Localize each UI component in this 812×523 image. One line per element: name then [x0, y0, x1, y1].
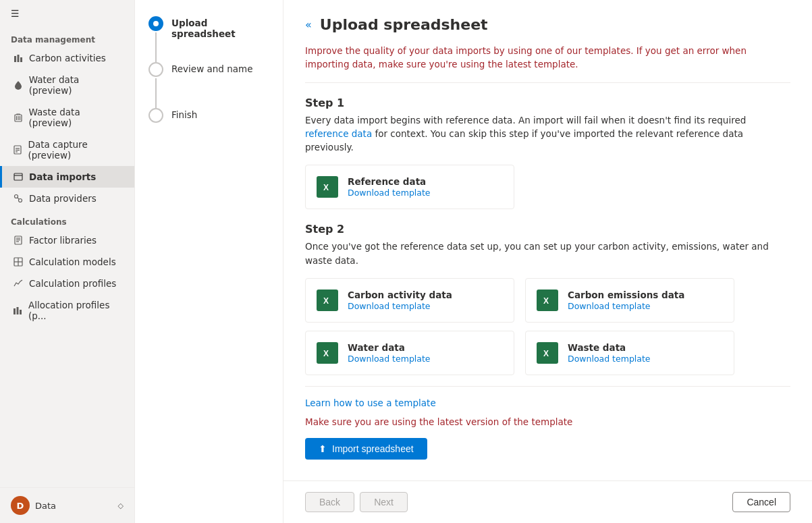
cancel-button[interactable]: Cancel: [732, 492, 790, 512]
stepper-panel: Upload spreadsheet Review and name Finis…: [135, 0, 283, 523]
carbon-activities-icon: [13, 53, 24, 63]
step-review-label: Review and name: [171, 62, 252, 74]
water-data-download-link[interactable]: Download template: [348, 354, 431, 364]
carbon-activity-data-card[interactable]: X Carbon activity data Download template: [305, 278, 514, 323]
step-upload-circle: [148, 16, 163, 31]
water-data-card[interactable]: X Water data Download template: [305, 331, 514, 375]
reference-data-download-link[interactable]: Download template: [348, 188, 431, 198]
waste-data-download-link[interactable]: Download template: [568, 354, 651, 364]
data-management-label: Data management: [0, 27, 134, 47]
data-capture-icon: [13, 144, 22, 155]
waste-data-icon: [13, 112, 24, 123]
calculation-models-icon: [13, 256, 24, 267]
svg-line-15: [18, 198, 19, 199]
sidebar-item-label: Waste data (preview): [29, 107, 124, 128]
main-scroll: « Upload spreadsheet Improve the quality…: [283, 0, 812, 480]
excel-icon-carbon-activity: X: [317, 290, 338, 311]
sidebar-item-calculation-models[interactable]: Calculation models: [0, 251, 134, 273]
reference-data-link[interactable]: reference data: [305, 128, 372, 139]
allocation-profiles-icon: [13, 305, 23, 316]
page-title: Upload spreadsheet: [320, 16, 488, 33]
section-divider: [305, 386, 790, 387]
carbon-activity-card-title: Carbon activity data: [348, 290, 452, 300]
svg-text:X: X: [543, 296, 549, 306]
page-header: « Upload spreadsheet: [305, 16, 790, 33]
sidebar-item-waste-data[interactable]: Waste data (preview): [0, 101, 134, 134]
user-label: Data: [35, 501, 56, 511]
svg-text:X: X: [543, 349, 549, 358]
import-btn-label: Import spreadsheet: [332, 443, 414, 454]
sidebar-item-carbon-activities[interactable]: Carbon activities: [0, 47, 134, 69]
water-data-icon: [13, 80, 24, 90]
info-text: Improve the quality of your data imports…: [305, 44, 790, 72]
step1-desc: Every data import begins with reference …: [305, 113, 790, 155]
info-banner: Improve the quality of your data imports…: [305, 44, 790, 83]
sidebar-item-data-imports[interactable]: Data imports: [0, 166, 134, 188]
step2-title: Step 2: [305, 223, 790, 236]
sidebar-item-label: Data imports: [29, 171, 96, 182]
svg-point-14: [19, 199, 22, 202]
carbon-activity-download-link[interactable]: Download template: [348, 301, 431, 311]
sidebar-item-label: Water data (preview): [29, 74, 124, 96]
sidebar-item-water-data[interactable]: Water data (preview): [0, 69, 134, 101]
svg-text:X: X: [323, 296, 329, 306]
excel-icon-water: X: [317, 342, 338, 364]
svg-rect-2: [20, 57, 22, 62]
step2-desc: Once you've got the reference data set u…: [305, 240, 790, 267]
main-content: « Upload spreadsheet Improve the quality…: [283, 0, 812, 523]
step-finish-label: Finish: [171, 108, 197, 120]
calculations-label: Calculations: [0, 209, 134, 229]
step-review-circle: [148, 62, 163, 77]
sidebar-item-label: Factor libraries: [29, 235, 97, 246]
sidebar-item-label: Calculation profiles: [29, 278, 116, 289]
sidebar-item-label: Data providers: [29, 193, 97, 204]
sidebar-bottom[interactable]: D Data ◇: [0, 487, 134, 523]
sidebar-item-allocation-profiles[interactable]: Allocation profiles (p...: [0, 294, 134, 327]
step-line-2: [155, 78, 157, 108]
sidebar-item-data-providers[interactable]: Data providers: [0, 188, 134, 209]
data-providers-icon: [13, 193, 24, 204]
svg-rect-1: [18, 55, 20, 62]
step-review: Review and name: [148, 62, 269, 108]
svg-text:X: X: [323, 349, 329, 358]
hamburger-icon[interactable]: ☰: [0, 0, 134, 27]
reference-data-card-title: Reference data: [348, 176, 431, 187]
sidebar-item-label: Allocation profiles (p...: [28, 300, 124, 321]
next-button[interactable]: Next: [360, 492, 408, 512]
sidebar-item-label: Calculation models: [29, 256, 116, 267]
sidebar-item-calculation-profiles[interactable]: Calculation profiles: [0, 273, 134, 294]
excel-icon-carbon-emissions: X: [537, 290, 558, 311]
step1-section: Step 1 Every data import begins with ref…: [305, 97, 790, 210]
carbon-emissions-data-card[interactable]: X Carbon emissions data Download templat…: [525, 278, 734, 323]
footer-bar: Back Next Cancel: [283, 480, 812, 523]
svg-point-26: [153, 21, 159, 26]
data-imports-icon: [13, 171, 24, 182]
step1-title: Step 1: [305, 97, 790, 109]
carbon-emissions-card-title: Carbon emissions data: [568, 290, 684, 300]
excel-icon-reference: X: [317, 176, 338, 198]
sidebar-item-label: Data capture (preview): [28, 139, 124, 161]
back-button[interactable]: Back: [305, 492, 354, 512]
step-finish: Finish: [148, 108, 269, 123]
learn-link[interactable]: Learn how to use a template: [305, 397, 790, 408]
waste-data-card-title: Waste data: [568, 342, 651, 353]
reference-data-card[interactable]: X Reference data Download template: [305, 165, 514, 209]
svg-rect-0: [14, 56, 16, 62]
upload-icon: ⬆: [319, 443, 327, 454]
svg-point-13: [15, 195, 18, 198]
svg-text:X: X: [323, 183, 329, 192]
carbon-emissions-download-link[interactable]: Download template: [568, 301, 651, 311]
sidebar-item-label: Carbon activities: [29, 53, 106, 63]
waste-data-card[interactable]: X Waste data Download template: [525, 331, 734, 375]
sidebar-item-factor-libraries[interactable]: Factor libraries: [0, 229, 134, 251]
calculation-profiles-icon: [13, 278, 24, 289]
svg-rect-23: [13, 308, 16, 314]
step-upload: Upload spreadsheet: [148, 16, 269, 62]
factor-libraries-icon: [13, 235, 24, 246]
warning-text: Make sure you are using the latest versi…: [305, 416, 790, 427]
import-spreadsheet-button[interactable]: ⬆ Import spreadsheet: [305, 438, 427, 460]
back-arrow-icon[interactable]: «: [305, 18, 312, 31]
chevron-icon: ◇: [118, 501, 124, 510]
avatar: D: [11, 496, 30, 515]
sidebar-item-data-capture[interactable]: Data capture (preview): [0, 134, 134, 166]
